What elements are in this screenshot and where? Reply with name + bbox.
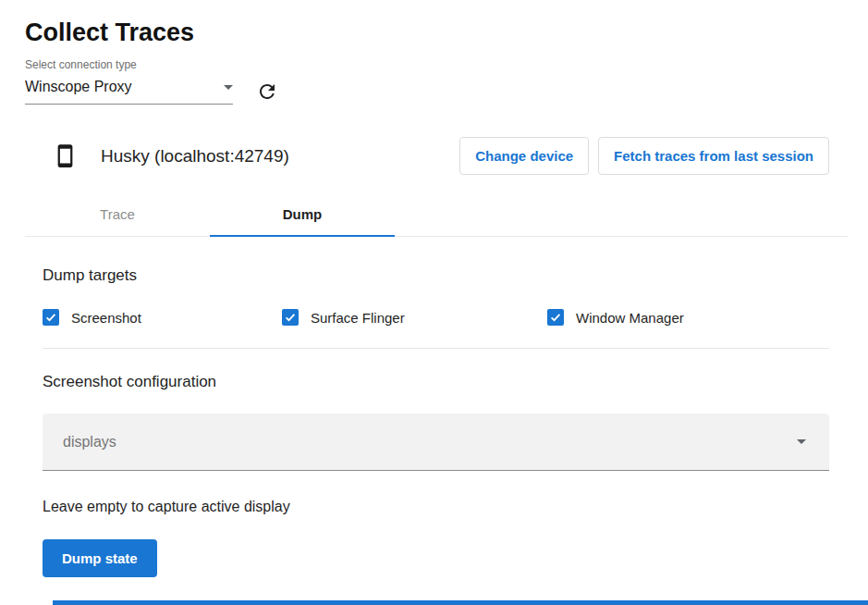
screenshot-config-heading: Screenshot configuration (43, 373, 829, 391)
page-title: Collect Traces (25, 19, 868, 47)
refresh-icon (256, 80, 278, 103)
displays-select-value: displays (63, 434, 116, 451)
device-row: Husky (localhost:42749) Change device Fe… (53, 137, 829, 175)
bottom-accent-bar (53, 600, 868, 605)
device-name: Husky (localhost:42749) (101, 146, 289, 167)
tab-trace[interactable]: Trace (25, 191, 210, 236)
dump-targets-heading: Dump targets (43, 266, 829, 285)
tab-trace-label: Trace (100, 206, 135, 222)
collect-traces-page: Collect Traces Select connection type Wi… (0, 0, 868, 605)
tab-dump[interactable]: Dump (210, 191, 395, 236)
dump-targets-options: Screenshot Surface Flinger Window Manage… (43, 309, 829, 326)
chevron-down-icon (797, 439, 806, 444)
connection-type-label: Select connection type (25, 58, 868, 71)
connection-selected-value: Winscope Proxy (25, 79, 132, 95)
display-hint-text: Leave empty to capture active display (43, 499, 829, 515)
checkbox-icon (282, 309, 299, 326)
checkbox-screenshot[interactable]: Screenshot (43, 309, 282, 326)
checkbox-window-manager[interactable]: Window Manager (547, 309, 684, 326)
checkbox-label: Screenshot (71, 310, 141, 326)
connection-section: Select connection type Winscope Proxy (25, 58, 868, 105)
displays-select[interactable]: displays (43, 414, 829, 471)
section-divider (43, 348, 829, 349)
dump-state-button[interactable]: Dump state (43, 539, 157, 577)
change-device-button[interactable]: Change device (459, 137, 589, 175)
tab-dump-label: Dump (283, 206, 323, 222)
tab-bar: Trace Dump (25, 191, 848, 237)
refresh-button[interactable] (253, 78, 281, 105)
checkbox-label: Surface Flinger (311, 310, 405, 326)
smartphone-icon (53, 143, 78, 168)
checkbox-label: Window Manager (576, 310, 684, 326)
checkbox-icon (43, 309, 59, 326)
chevron-down-icon (224, 85, 233, 90)
fetch-traces-button[interactable]: Fetch traces from last session (598, 137, 829, 175)
connection-type-select[interactable]: Winscope Proxy (25, 79, 233, 105)
checkbox-surface-flinger[interactable]: Surface Flinger (282, 309, 547, 326)
checkbox-icon (547, 309, 564, 326)
dump-tab-content: Dump targets Screenshot Surface Flinger … (43, 266, 829, 577)
